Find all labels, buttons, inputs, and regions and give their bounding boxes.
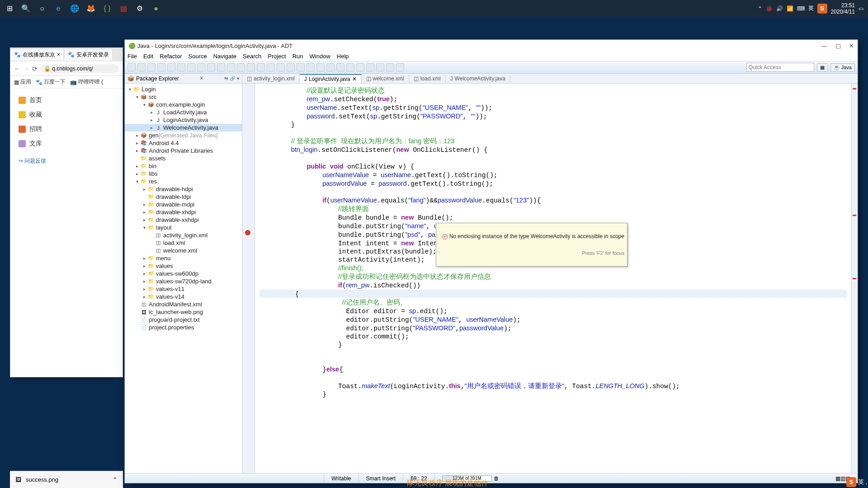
search-icon[interactable]: 🔍 bbox=[19, 2, 33, 15]
editor-tab-load-xml[interactable]: ◫ load.xml bbox=[409, 75, 446, 83]
toolbar-button[interactable] bbox=[316, 63, 325, 71]
editor-tabs[interactable]: ◫ activity_login.xml J LoginActivity.jav… bbox=[242, 74, 858, 84]
editor-tab-welcomeactivity[interactable]: J WelcomeActivity.java bbox=[446, 75, 510, 83]
tray-ime-icon[interactable]: ⌨ bbox=[797, 5, 805, 12]
toolbar-button[interactable] bbox=[366, 63, 374, 71]
editor-tab-welcome-xml[interactable]: ◫ welcome.xml bbox=[362, 75, 409, 83]
view-close-icon[interactable]: ✕ bbox=[199, 75, 203, 81]
tray-ime-lang[interactable]: 英 bbox=[808, 5, 814, 12]
collapse-all-icon[interactable]: ⇆ bbox=[224, 76, 228, 81]
menu-window[interactable]: Window bbox=[310, 53, 330, 60]
code-editor[interactable]: //设置默认是记录密码状态 rem_pw.setChecked(true); u… bbox=[255, 84, 851, 473]
start-button[interactable]: ⊞ bbox=[3, 2, 16, 15]
link-editor-icon[interactable]: 🔗 bbox=[230, 76, 235, 81]
menu-run[interactable]: Run bbox=[292, 53, 303, 60]
toolbar-button[interactable] bbox=[137, 63, 146, 71]
minimize-button[interactable]: — bbox=[821, 42, 827, 49]
edge-icon[interactable]: e bbox=[52, 2, 65, 15]
cnblogs-nav-home[interactable]: 首页 bbox=[10, 93, 123, 108]
editor-gutter[interactable] bbox=[242, 84, 255, 473]
toolbar-button[interactable] bbox=[336, 63, 344, 71]
apps-button[interactable]: ▦ 应用 bbox=[14, 78, 31, 86]
app-icon-1[interactable]: ⚙ bbox=[133, 2, 146, 15]
toolbar-button[interactable] bbox=[376, 63, 384, 71]
taskbar-clock[interactable]: 23:51 2020/4/11 bbox=[831, 2, 855, 15]
java-perspective-button[interactable]: ☕ Java bbox=[830, 63, 855, 72]
toolbar-button[interactable] bbox=[287, 63, 295, 71]
toolbar-button[interactable] bbox=[217, 63, 225, 71]
download-chevron-icon[interactable]: ⌃ bbox=[113, 476, 118, 483]
toolbar-button[interactable] bbox=[386, 63, 394, 71]
maximize-button[interactable]: ▢ bbox=[835, 42, 841, 49]
open-perspective-button[interactable]: ▦ bbox=[817, 63, 828, 72]
ime-floating-bar[interactable]: S 英 , bbox=[846, 477, 867, 487]
close-button[interactable]: ✕ bbox=[849, 42, 854, 49]
app-icon-2[interactable]: ● bbox=[149, 2, 163, 15]
toolbar-button[interactable] bbox=[187, 63, 195, 71]
pdf-icon[interactable]: ▤ bbox=[117, 2, 130, 15]
notifications-icon[interactable]: ▭ bbox=[859, 5, 863, 12]
browser-tabstrip[interactable]: 🐾 在线播放东京 × 🐾 安卓开发登录 bbox=[10, 48, 123, 61]
toolbar-button[interactable] bbox=[167, 63, 175, 71]
overview-ruler[interactable] bbox=[851, 84, 858, 473]
bookmark-bilibili[interactable]: 📺 哔哩哔哩 ( bbox=[70, 78, 103, 86]
reload-button[interactable]: ⟳ bbox=[32, 65, 38, 72]
cnblogs-nav-lib[interactable]: 文库 bbox=[10, 136, 123, 151]
download-filename[interactable]: success.png bbox=[26, 476, 58, 483]
menu-source[interactable]: Source bbox=[189, 53, 207, 60]
ime-lang-label[interactable]: 英 , bbox=[858, 478, 867, 486]
project-tree[interactable]: ▾📁Login ▾📦src ▾📦com.example.login ▸JLoad… bbox=[125, 84, 242, 473]
menu-refactor[interactable]: Refactor bbox=[160, 53, 182, 60]
address-bar[interactable]: 🔒 q.cnblogs.com/q/ bbox=[40, 64, 119, 73]
browser-tab-2[interactable]: 🐾 安卓开发登录 bbox=[64, 49, 113, 61]
menu-navigate[interactable]: Navigate bbox=[213, 53, 236, 60]
toolbar-button[interactable] bbox=[227, 63, 235, 71]
cnblogs-nav-fav[interactable]: 收藏 bbox=[10, 108, 123, 122]
toolbar-button[interactable] bbox=[127, 63, 136, 71]
menu-file[interactable]: File bbox=[127, 53, 137, 60]
cnblogs-nav-recruit[interactable]: 招聘 bbox=[10, 122, 123, 136]
adt-toolbar[interactable]: ▦ ☕ Java bbox=[125, 61, 858, 74]
menu-edit[interactable]: Edit bbox=[143, 53, 153, 60]
browser-tab-1[interactable]: 🐾 在线播放东京 × bbox=[10, 49, 64, 61]
menu-project[interactable]: Project bbox=[268, 53, 286, 60]
toolbar-button[interactable] bbox=[237, 63, 245, 71]
toolbar-button[interactable] bbox=[297, 63, 305, 71]
status-icon[interactable]: ▦ bbox=[835, 475, 840, 482]
back-button[interactable]: ← bbox=[14, 65, 20, 72]
adt-titlebar[interactable]: 🟢 Java - Login/src/com/example/login/Log… bbox=[125, 40, 858, 52]
toolbar-button[interactable] bbox=[197, 63, 205, 71]
view-menu-icon[interactable]: ▾ bbox=[237, 76, 239, 81]
toolbar-button[interactable] bbox=[307, 63, 315, 71]
toolbar-button[interactable] bbox=[147, 63, 156, 71]
eclipse-icon[interactable]: { } bbox=[100, 2, 114, 15]
cortana-icon[interactable]: ○ bbox=[35, 2, 49, 15]
editor-tab-loginactivity[interactable]: J LoginActivity.java ✕ bbox=[300, 74, 362, 83]
tray-sogou-icon[interactable]: S bbox=[817, 4, 827, 14]
toolbar-button[interactable] bbox=[346, 63, 354, 71]
toolbar-button[interactable] bbox=[257, 63, 265, 71]
tray-chevron-icon[interactable]: ⌃ bbox=[758, 5, 762, 12]
sogou-ime-icon[interactable]: S bbox=[846, 477, 856, 487]
toolbar-button[interactable] bbox=[277, 63, 285, 71]
chrome-icon[interactable]: 🌐 bbox=[68, 2, 81, 15]
adt-menubar[interactable]: File Edit Refactor Source Navigate Searc… bbox=[125, 52, 858, 61]
tray-volume-icon[interactable]: 🔊 bbox=[776, 5, 783, 12]
bookmark-baidu[interactable]: 🐾 百度一下 bbox=[36, 78, 66, 86]
toolbar-button[interactable] bbox=[326, 63, 335, 71]
firefox-icon[interactable]: 🦊 bbox=[84, 2, 98, 15]
toolbar-button[interactable] bbox=[157, 63, 165, 71]
editor-tab-activity-login[interactable]: ◫ activity_login.xml bbox=[242, 75, 300, 83]
tray-bug-icon[interactable]: 🐞 bbox=[766, 5, 773, 12]
menu-help[interactable]: Help bbox=[337, 53, 349, 60]
status-icon[interactable]: ▥ bbox=[840, 475, 845, 482]
tray-wifi-icon[interactable]: 📶 bbox=[787, 5, 793, 12]
toolbar-button[interactable] bbox=[396, 63, 404, 71]
toolbar-button[interactable] bbox=[247, 63, 255, 71]
cnblogs-feedback-link[interactable]: ↪ 问题反馈 bbox=[10, 151, 123, 171]
forward-button[interactable]: → bbox=[23, 65, 29, 72]
toolbar-button[interactable] bbox=[267, 63, 275, 71]
gc-icon[interactable]: 🗑 bbox=[494, 475, 499, 482]
tree-selected-file[interactable]: ▸JWelcomeActivity.java bbox=[125, 124, 242, 131]
menu-search[interactable]: Search bbox=[243, 53, 261, 60]
